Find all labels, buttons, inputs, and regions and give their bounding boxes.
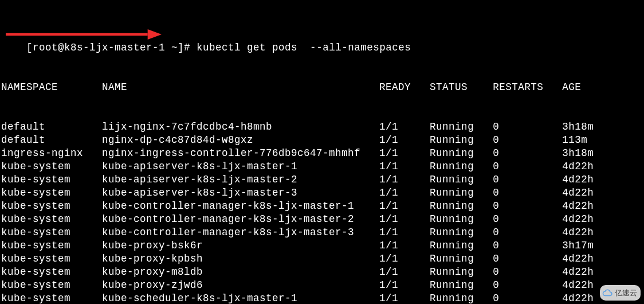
table-row: default nginx-dp-c4c87d84d-w8gxz 1/1 Run… bbox=[1, 134, 643, 147]
prompt-symbol: # bbox=[184, 42, 190, 53]
terminal-output: [root@k8s-ljx-master-1 ~]# kubectl get p… bbox=[0, 0, 644, 304]
table-header: NAMESPACE NAME READY STATUS RESTARTS AGE bbox=[1, 81, 643, 94]
table-row: kube-system kube-apiserver-k8s-ljx-maste… bbox=[1, 173, 643, 186]
command-text: kubectl get pods --all-namespaces bbox=[197, 42, 411, 53]
prompt-user-host: [root@k8s-ljx-master-1 ~] bbox=[26, 42, 184, 53]
svg-marker-1 bbox=[148, 29, 162, 40]
annotation-arrow-icon bbox=[6, 28, 162, 41]
table-row: default lijx-nginx-7c7fdcdbc4-h8mnb 1/1 … bbox=[1, 120, 643, 134]
table-row: kube-system kube-controller-manager-k8s-… bbox=[1, 213, 643, 226]
table-row: kube-system kube-controller-manager-k8s-… bbox=[1, 200, 643, 213]
table-row: kube-system kube-scheduler-k8s-ljx-maste… bbox=[1, 292, 643, 304]
table-row: kube-system kube-proxy-bsk6r 1/1 Running… bbox=[1, 239, 643, 252]
table-row: kube-system kube-controller-manager-k8s-… bbox=[1, 226, 643, 239]
table-row: kube-system kube-proxy-kpbsh 1/1 Running… bbox=[1, 252, 643, 266]
table-row: ingress-nginx nginx-ingress-controller-7… bbox=[1, 147, 643, 160]
table-row: kube-system kube-apiserver-k8s-ljx-maste… bbox=[1, 186, 643, 200]
table-row: kube-system kube-apiserver-k8s-ljx-maste… bbox=[1, 160, 643, 173]
cloud-icon bbox=[602, 288, 612, 298]
watermark-badge: 亿速云 bbox=[600, 285, 641, 301]
command-line[interactable]: [root@k8s-ljx-master-1 ~]# kubectl get p… bbox=[1, 28, 643, 54]
watermark-text: 亿速云 bbox=[615, 286, 637, 299]
table-row: kube-system kube-proxy-zjwd6 1/1 Running… bbox=[1, 279, 643, 292]
table-row: kube-system kube-proxy-m8ldb 1/1 Running… bbox=[1, 266, 643, 279]
